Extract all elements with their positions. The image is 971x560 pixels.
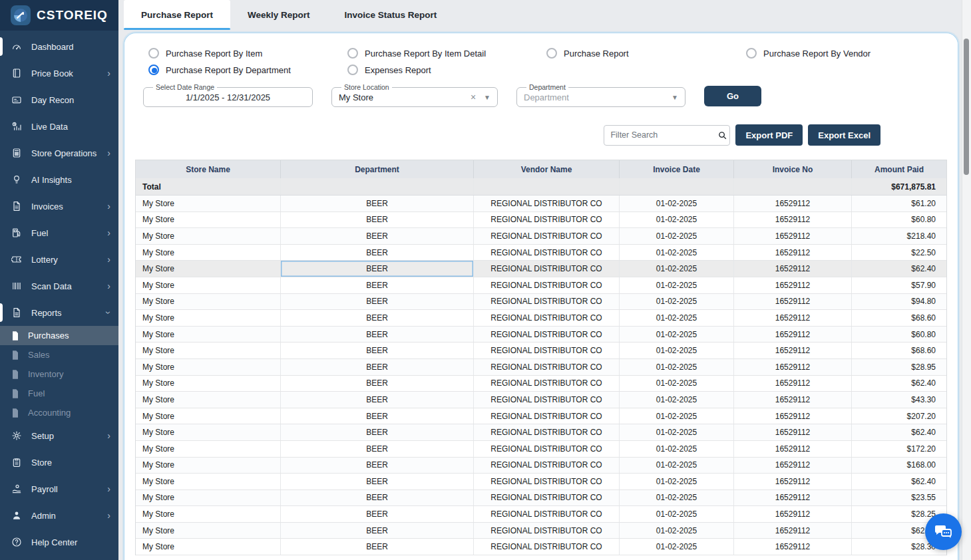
cell-amount[interactable]: $62.40	[852, 261, 946, 277]
cell-vendor[interactable]: REGIONAL DISTRIBUTOR CO	[474, 196, 620, 211]
cell-invoice_date[interactable]: 01-02-2025	[620, 310, 734, 326]
column-header-department[interactable]: Department	[281, 160, 474, 178]
date-range-value[interactable]: 1/1/2025 - 12/31/2025	[150, 91, 305, 103]
cell-invoice_date[interactable]: 01-02-2025	[620, 212, 734, 228]
cell-amount[interactable]: $60.80	[852, 327, 946, 343]
cell-department[interactable]: BEER	[281, 458, 474, 474]
cell-department[interactable]: BEER	[281, 392, 474, 408]
cell-store[interactable]: My Store	[136, 196, 281, 211]
sidebar-item-invoices[interactable]: Invoices›	[0, 193, 118, 219]
cell-vendor[interactable]: REGIONAL DISTRIBUTOR CO	[474, 277, 620, 293]
cell-invoice_no[interactable]: 16529112	[734, 424, 852, 440]
table-row[interactable]: My StoreBEERREGIONAL DISTRIBUTOR CO01-02…	[136, 327, 946, 343]
cell-store[interactable]: My Store	[136, 458, 281, 474]
cell-invoice_no[interactable]: 16529112	[734, 539, 852, 555]
cell-department[interactable]: BEER	[281, 294, 474, 310]
cell-department[interactable]: BEER	[281, 310, 474, 326]
radio-icon[interactable]	[347, 48, 358, 59]
cell-amount[interactable]: $60.80	[852, 212, 946, 228]
cell-amount[interactable]: $57.90	[852, 277, 946, 293]
cell-amount[interactable]: $94.80	[852, 294, 946, 310]
cell-vendor[interactable]: REGIONAL DISTRIBUTOR CO	[474, 294, 620, 310]
cell-invoice_date[interactable]: 01-02-2025	[620, 228, 734, 244]
go-button[interactable]: Go	[704, 86, 761, 106]
cell-department[interactable]: BEER	[281, 261, 474, 277]
sidebar-item-admin[interactable]: Admin›	[0, 502, 118, 529]
cell-invoice_no[interactable]: 16529112	[734, 458, 852, 474]
cell-store[interactable]: My Store	[136, 310, 281, 326]
cell-vendor[interactable]: REGIONAL DISTRIBUTOR CO	[474, 523, 620, 539]
department-placeholder[interactable]: Department	[524, 92, 569, 102]
table-row[interactable]: My StoreBEERREGIONAL DISTRIBUTOR CO01-02…	[136, 196, 946, 212]
table-row[interactable]: My StoreBEERREGIONAL DISTRIBUTOR CO01-02…	[136, 228, 946, 245]
cell-vendor[interactable]: REGIONAL DISTRIBUTOR CO	[474, 261, 620, 277]
cell-department[interactable]: BEER	[281, 343, 474, 358]
radio-purchase-report-by-item-detail[interactable]: Purchase Report By Item Detail	[347, 48, 546, 59]
sidebar-item-fuel[interactable]: Fuel	[0, 384, 118, 403]
cell-vendor[interactable]: REGIONAL DISTRIBUTOR CO	[474, 228, 620, 244]
sidebar-item-payroll[interactable]: Payroll›	[0, 476, 118, 502]
cell-store[interactable]: My Store	[136, 441, 281, 457]
cell-store[interactable]: My Store	[136, 327, 281, 343]
sidebar-item-inventory[interactable]: Inventory	[0, 364, 118, 384]
cell-department[interactable]: BEER	[281, 408, 474, 424]
department-field[interactable]: Department Department ▼	[516, 83, 685, 107]
cell-invoice_no[interactable]: 16529112	[734, 228, 852, 244]
cell-amount[interactable]: $43.30	[852, 392, 946, 408]
cell-store[interactable]: My Store	[136, 343, 281, 358]
cell-invoice_date[interactable]: 01-02-2025	[620, 359, 734, 375]
cell-amount[interactable]: $68.60	[852, 310, 946, 326]
chat-launcher-button[interactable]	[925, 513, 962, 550]
sidebar-item-purchases[interactable]: Purchases	[0, 326, 118, 345]
cell-store[interactable]: My Store	[136, 474, 281, 490]
cell-vendor[interactable]: REGIONAL DISTRIBUTOR CO	[474, 490, 620, 506]
cell-invoice_date[interactable]: 01-02-2025	[620, 343, 734, 358]
cell-invoice_date[interactable]: 01-02-2025	[620, 441, 734, 457]
chevron-down-icon[interactable]: ▼	[672, 94, 678, 101]
cell-amount[interactable]: $22.50	[852, 245, 946, 261]
cell-store[interactable]: My Store	[136, 212, 281, 228]
cell-department[interactable]: BEER	[281, 327, 474, 343]
date-range-field[interactable]: Select Date Range 1/1/2025 - 12/31/2025	[143, 83, 313, 107]
cell-store[interactable]: My Store	[136, 245, 281, 261]
sidebar-item-reports[interactable]: Reports›	[0, 299, 118, 326]
table-row[interactable]: My StoreBEERREGIONAL DISTRIBUTOR CO01-02…	[136, 408, 946, 425]
cell-vendor[interactable]: REGIONAL DISTRIBUTOR CO	[474, 327, 620, 343]
cell-store[interactable]: My Store	[136, 490, 281, 506]
cell-vendor[interactable]: REGIONAL DISTRIBUTOR CO	[474, 458, 620, 474]
sidebar-item-setup[interactable]: Setup›	[0, 422, 118, 449]
cell-store[interactable]: My Store	[136, 261, 281, 277]
cell-invoice_date[interactable]: 01-02-2025	[620, 261, 734, 277]
cell-department[interactable]: BEER	[281, 228, 474, 244]
cell-invoice_no[interactable]: 16529112	[734, 376, 852, 392]
cell-invoice_no[interactable]: 16529112	[734, 408, 852, 424]
table-row[interactable]: My StoreBEERREGIONAL DISTRIBUTOR CO01-02…	[136, 310, 946, 327]
sidebar-item-sales[interactable]: Sales	[0, 345, 118, 364]
cell-invoice_no[interactable]: 16529112	[734, 277, 852, 293]
cell-invoice_date[interactable]: 01-02-2025	[620, 523, 734, 539]
cell-vendor[interactable]: REGIONAL DISTRIBUTOR CO	[474, 359, 620, 375]
cell-department[interactable]: BEER	[281, 359, 474, 375]
cell-department[interactable]: BEER	[281, 523, 474, 539]
sidebar-item-lottery[interactable]: Lottery›	[0, 246, 118, 273]
cell-invoice_no[interactable]: 16529112	[734, 196, 852, 211]
cell-vendor[interactable]: REGIONAL DISTRIBUTOR CO	[474, 424, 620, 440]
cell-invoice_date[interactable]: 01-02-2025	[620, 408, 734, 424]
cell-store[interactable]: My Store	[136, 523, 281, 539]
cell-store[interactable]: My Store	[136, 539, 281, 555]
cell-store[interactable]: My Store	[136, 424, 281, 440]
cell-store[interactable]: My Store	[136, 228, 281, 244]
sidebar-item-accounting[interactable]: Accounting	[0, 403, 118, 422]
cell-invoice_date[interactable]: 01-02-2025	[620, 294, 734, 310]
store-location-value[interactable]: My Store	[339, 92, 373, 102]
sidebar-item-day-recon[interactable]: Day Recon	[0, 86, 118, 113]
cell-invoice_no[interactable]: 16529112	[734, 310, 852, 326]
cell-vendor[interactable]: REGIONAL DISTRIBUTOR CO	[474, 310, 620, 326]
cell-department[interactable]: BEER	[281, 196, 474, 211]
cell-amount[interactable]: $207.20	[852, 408, 946, 424]
radio-icon[interactable]	[347, 65, 358, 75]
cell-vendor[interactable]: REGIONAL DISTRIBUTOR CO	[474, 539, 620, 555]
cell-invoice_no[interactable]: 16529112	[734, 506, 852, 522]
table-row[interactable]: My StoreBEERREGIONAL DISTRIBUTOR CO01-02…	[136, 490, 946, 507]
cell-vendor[interactable]: REGIONAL DISTRIBUTOR CO	[474, 245, 620, 261]
